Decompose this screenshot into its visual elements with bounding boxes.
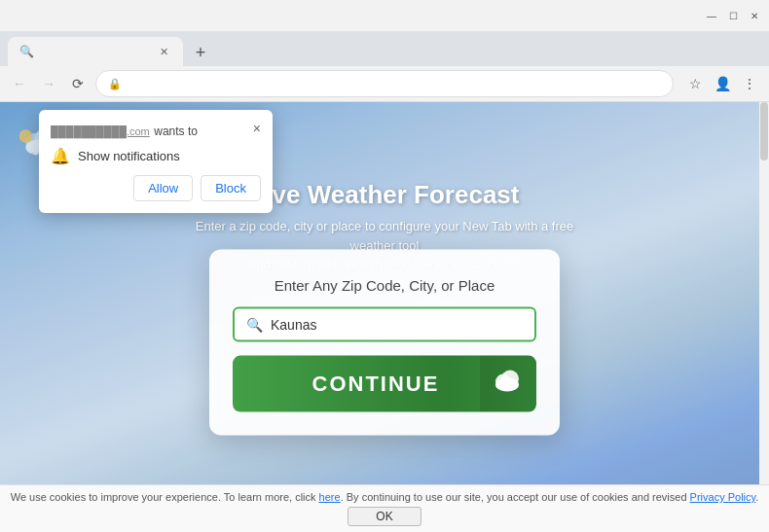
continue-icon-box [480, 355, 536, 411]
refresh-button[interactable]: ⟳ [66, 72, 90, 95]
svg-point-9 [495, 378, 519, 392]
menu-icon[interactable]: ⋮ [738, 72, 761, 95]
search-icon: 🔍 [246, 316, 263, 332]
new-tab-button[interactable]: + [187, 39, 214, 66]
scrollbar[interactable] [759, 102, 769, 532]
block-button[interactable]: Block [201, 175, 261, 201]
card-label: Enter Any Zip Code, City, or Place [233, 276, 536, 293]
page-content: FLASH Live Weather Forecast Enter a zip … [0, 102, 769, 532]
star-icon[interactable]: ☆ [683, 72, 707, 95]
tab-bar: 🔍 ✕ + [0, 31, 769, 66]
title-bar: — ☐ ✕ [0, 0, 769, 31]
continue-button[interactable]: CONTINUE [233, 355, 536, 411]
toolbar-right: ☆ 👤 ⋮ [683, 72, 761, 95]
notif-row: 🔔 Show notifications [51, 147, 261, 165]
forward-button[interactable]: → [37, 72, 60, 95]
footer-text-before: We use cookies to improve your experienc… [11, 491, 319, 503]
profile-icon[interactable]: 👤 [711, 72, 734, 95]
notif-buttons: Allow Block [51, 175, 261, 201]
lock-icon: 🔒 [108, 78, 122, 90]
notif-close-button[interactable]: × [253, 122, 261, 135]
ok-button[interactable]: OK [348, 507, 421, 526]
browser-chrome: — ☐ ✕ 🔍 ✕ + ← → ⟳ 🔒 ☆ 👤 ⋮ [0, 0, 769, 102]
back-button[interactable]: ← [8, 72, 31, 95]
notification-popup: ██████████.com wants to × 🔔 Show notific… [39, 110, 273, 213]
footer-text-after: . [755, 491, 758, 503]
svg-line-3 [29, 154, 32, 160]
window-controls: — ☐ ✕ [705, 9, 761, 22]
maximize-button[interactable]: ☐ [726, 9, 740, 22]
notif-title: ██████████.com wants to [51, 122, 198, 139]
continue-label: CONTINUE [272, 371, 480, 396]
bell-icon: 🔔 [51, 147, 70, 165]
zip-search-input[interactable] [271, 316, 523, 332]
notif-header: ██████████.com wants to × [51, 122, 261, 139]
footer-text: We use cookies to improve your experienc… [0, 491, 769, 503]
svg-point-6 [19, 129, 32, 142]
page-footer: We use cookies to improve your experienc… [0, 484, 769, 532]
tab-favicon: 🔍 [19, 45, 34, 58]
main-card: Enter Any Zip Code, City, or Place 🔍 CON… [209, 249, 560, 435]
cloud-icon [493, 368, 524, 400]
address-input-box[interactable]: 🔒 [95, 70, 674, 97]
footer-text-middle: . By continuing to use our site, you acc… [341, 491, 690, 503]
allow-button[interactable]: Allow [133, 175, 193, 201]
notif-wants-to: wants to [154, 124, 198, 138]
page-title: Live Weather Forecast [250, 180, 520, 210]
notif-label: Show notifications [78, 149, 180, 163]
close-window-button[interactable]: ✕ [748, 9, 761, 22]
close-tab-button[interactable]: ✕ [156, 44, 171, 59]
active-tab[interactable]: 🔍 ✕ [8, 37, 183, 66]
footer-privacy-link[interactable]: Privacy Policy [690, 491, 756, 503]
address-bar: ← → ⟳ 🔒 ☆ 👤 ⋮ [0, 66, 769, 101]
footer-here-link[interactable]: here [319, 491, 341, 503]
notif-site-url: ██████████.com [51, 125, 150, 137]
minimize-button[interactable]: — [705, 9, 718, 22]
ok-button-wrap: OK [0, 507, 769, 526]
search-input-wrap[interactable]: 🔍 [233, 306, 536, 341]
scrollbar-thumb[interactable] [760, 102, 768, 160]
